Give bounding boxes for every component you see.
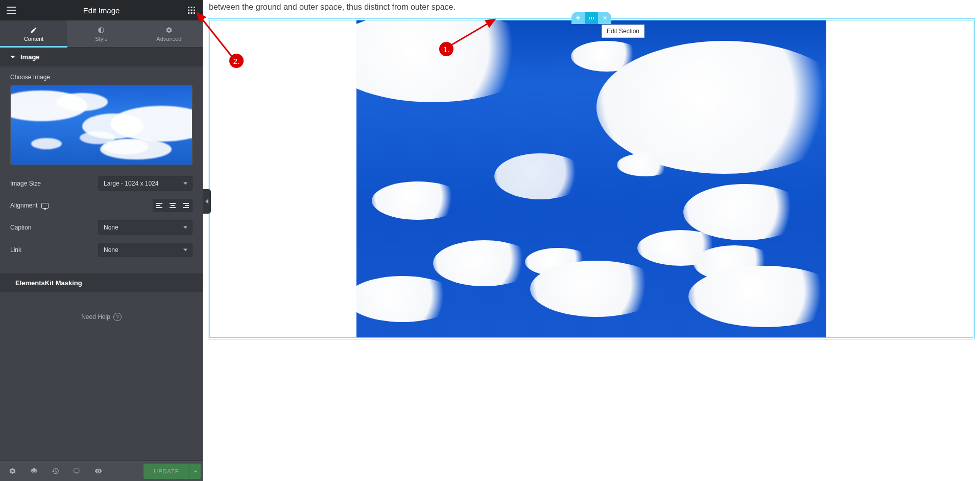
history-icon — [52, 467, 59, 475]
widgets-grid-icon[interactable] — [184, 3, 199, 17]
panel-collapse-handle[interactable] — [203, 189, 211, 214]
alignment-group — [153, 199, 193, 212]
svg-rect-11 — [194, 12, 195, 14]
svg-rect-4 — [191, 7, 193, 8]
svg-rect-1 — [7, 10, 16, 11]
annotation-badge-1: 1. — [439, 42, 453, 56]
image-preview[interactable] — [10, 85, 193, 165]
panel-body: Image Choose Image Image Size Large - 10… — [0, 48, 203, 461]
svg-rect-17 — [170, 207, 176, 208]
align-left-button[interactable] — [153, 199, 166, 212]
svg-rect-0 — [7, 7, 16, 8]
menu-icon[interactable] — [4, 3, 18, 17]
svg-rect-13 — [156, 205, 160, 206]
svg-rect-5 — [194, 7, 195, 8]
alignment-label: Alignment — [10, 202, 49, 209]
drag-handle-icon — [589, 17, 594, 19]
svg-rect-19 — [185, 205, 189, 206]
svg-rect-12 — [156, 203, 162, 204]
canvas-section[interactable]: Edit Section — [208, 18, 975, 339]
link-select[interactable]: None — [98, 243, 193, 257]
caret-down-icon — [10, 56, 15, 58]
contrast-icon — [98, 27, 105, 34]
section-add-button[interactable] — [571, 12, 585, 24]
preview-button[interactable] — [88, 461, 108, 482]
section-toggle-image[interactable]: Image — [0, 48, 203, 66]
section-handle — [571, 12, 611, 24]
svg-rect-7 — [191, 10, 193, 11]
responsive-icon[interactable] — [41, 203, 49, 209]
svg-rect-16 — [171, 205, 175, 206]
svg-rect-6 — [188, 10, 189, 11]
panel-tabs: Content Style Advanced — [0, 20, 203, 48]
align-right-button[interactable] — [179, 199, 193, 212]
svg-rect-10 — [191, 12, 193, 14]
panel-header: Edit Image — [0, 0, 203, 20]
update-button[interactable]: UPDATE — [144, 464, 189, 479]
layers-icon — [30, 467, 38, 475]
editor-canvas[interactable]: between the ground and outer space, thus… — [203, 0, 980, 481]
tab-advanced[interactable]: Advanced — [135, 20, 203, 47]
svg-rect-3 — [188, 7, 189, 8]
image-widget[interactable] — [356, 20, 826, 337]
edit-section-tooltip: Edit Section — [602, 25, 644, 38]
panel-title: Edit Image — [0, 6, 203, 15]
devices-icon — [73, 467, 81, 475]
svg-rect-20 — [183, 207, 189, 208]
svg-rect-14 — [156, 207, 162, 208]
caption-select[interactable]: None — [98, 220, 193, 235]
tab-content[interactable]: Content — [0, 20, 67, 47]
gear-icon — [9, 467, 16, 475]
update-options-button[interactable] — [189, 464, 201, 479]
responsive-button[interactable] — [66, 461, 87, 482]
svg-rect-18 — [183, 203, 189, 204]
navigator-button[interactable] — [23, 461, 44, 482]
svg-rect-15 — [170, 203, 176, 204]
gear-icon — [165, 27, 173, 34]
help-icon: ? — [113, 313, 122, 321]
section-delete-button[interactable] — [598, 12, 611, 24]
link-label: Link — [10, 246, 21, 254]
section-toggle-masking[interactable]: ElementsKit Masking — [0, 273, 203, 292]
pencil-icon — [30, 27, 37, 34]
svg-rect-9 — [188, 12, 189, 14]
section-edit-button[interactable] — [585, 12, 598, 24]
panel-footer: UPDATE — [0, 461, 203, 481]
svg-rect-2 — [7, 13, 16, 14]
settings-button[interactable] — [2, 461, 22, 482]
history-button[interactable] — [45, 461, 65, 482]
editor-panel: Edit Image Content Style Advanced — [0, 0, 203, 481]
choose-image-label: Choose Image — [10, 74, 193, 81]
svg-rect-8 — [194, 10, 195, 11]
svg-rect-22 — [76, 473, 78, 473]
image-size-select[interactable]: Large - 1024 x 1024 — [98, 176, 193, 191]
align-center-button[interactable] — [166, 199, 179, 212]
annotation-badge-2: 2. — [229, 54, 244, 68]
need-help-link[interactable]: Need Help ? — [0, 292, 203, 341]
image-size-label: Image Size — [10, 180, 41, 187]
eye-icon — [94, 467, 102, 475]
caption-label: Caption — [10, 224, 31, 231]
tab-style[interactable]: Style — [67, 20, 135, 47]
